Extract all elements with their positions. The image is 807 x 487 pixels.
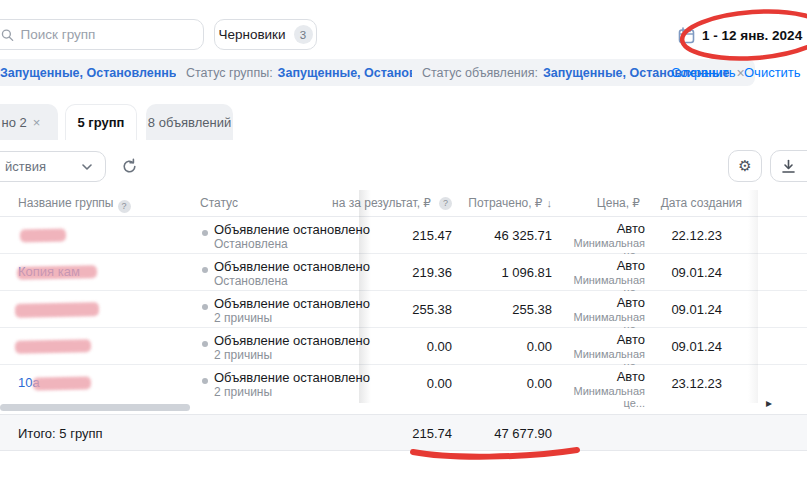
totals-label: Итого: 5 групп: [18, 426, 103, 441]
table-row[interactable]: 10а Объявление остановлено 2 причины 0.0…: [0, 365, 807, 402]
column-header-spent[interactable]: Потрачено, ₽↓: [440, 196, 552, 210]
scroll-right-icon[interactable]: ▸: [766, 396, 772, 410]
refresh-icon: [121, 158, 138, 175]
chip-value: Запущенные, Остановленные: [0, 66, 186, 80]
price-value: Авто: [553, 369, 645, 384]
clear-filters-link[interactable]: Очистить: [744, 65, 801, 80]
gear-icon: ⚙: [738, 157, 751, 175]
price-subtext: Минимальная це...: [553, 385, 645, 409]
totals-row: Итого: 5 групп 215.74 47 677.90: [0, 414, 807, 451]
status-dot: [202, 267, 208, 273]
column-header-price[interactable]: Цена, ₽: [560, 196, 640, 210]
redaction-mark: [20, 229, 66, 243]
tab-label: 8 объявлений: [148, 115, 231, 130]
date-range-value: 1 - 12 янв. 2024: [702, 28, 802, 43]
status-text: Объявление остановлено: [214, 259, 370, 274]
chip-label: Статус группы:: [186, 66, 273, 80]
created-date: 23.12.23: [640, 376, 722, 391]
table-row[interactable]: Объявление остановлено 2 причины 255.38 …: [0, 291, 807, 328]
header-label: Статус: [200, 196, 238, 210]
annotation-underline-totals: [413, 450, 577, 457]
price-cell: Авто Минимальная це...: [553, 369, 645, 409]
price-value: Авто: [553, 258, 645, 273]
redaction-mark: [33, 376, 91, 390]
status-dot: [202, 378, 208, 384]
spent-value: 0.00: [440, 376, 552, 391]
redaction-mark: [15, 339, 91, 354]
table-row[interactable]: Копия кам Объявление остановлено Останов…: [0, 254, 807, 291]
status-subtext: Остановлена: [214, 237, 288, 251]
save-filters-link[interactable]: Сохранить: [671, 65, 736, 80]
price-value: Авто: [553, 295, 645, 310]
refresh-button[interactable]: [112, 151, 146, 182]
status-subtext: 2 причины: [214, 311, 272, 325]
column-header-cost-per-result[interactable]: на за результат, ₽?: [330, 196, 452, 210]
chip-label: Статус объявления:: [422, 66, 538, 80]
frozen-column-shadow: [359, 190, 371, 403]
actions-dropdown[interactable]: йствия: [0, 151, 106, 182]
status-text: Объявление остановлено: [214, 370, 370, 385]
horizontal-scrollbar[interactable]: [0, 404, 190, 411]
created-date: 09.01.24: [640, 265, 722, 280]
totals-cost-per-result: 215.74: [352, 426, 452, 441]
tab-ads[interactable]: 8 объявлений: [146, 104, 233, 140]
table-row[interactable]: Объявление остановлено 2 причины 0.00 0.…: [0, 328, 807, 365]
tab-selected-fragment[interactable]: но 2 ×: [0, 104, 58, 140]
ads-manager-page: Черновики 3 1 - 12 янв. 2024 Запущенные,…: [0, 0, 807, 487]
status-dot: [202, 230, 208, 236]
tab-label: 5 групп: [78, 115, 125, 130]
header-label: Цена, ₽: [597, 196, 640, 210]
drafts-label: Черновики: [218, 27, 285, 42]
calendar-icon: [678, 27, 695, 44]
search-icon: [1, 28, 14, 42]
chevron-down-icon: [82, 164, 92, 170]
right-column-shadow: [748, 190, 758, 403]
close-icon[interactable]: ×: [33, 115, 41, 130]
status-subtext: 2 причины: [214, 348, 272, 362]
drafts-count-badge: 3: [294, 25, 313, 44]
tab-label: но 2: [2, 115, 27, 130]
header-label: Дата создания: [661, 196, 742, 210]
status-text: Объявление остановлено: [214, 333, 370, 348]
export-button[interactable]: [770, 150, 807, 182]
spent-value: 255.38: [440, 302, 552, 317]
status-text: Объявление остановлено: [214, 222, 370, 237]
totals-spent: 47 677.90: [440, 426, 552, 441]
created-date: 09.01.24: [640, 302, 722, 317]
spent-value: 1 096.81: [440, 265, 552, 280]
tab-groups[interactable]: 5 групп: [65, 104, 137, 140]
price-value: Авто: [553, 221, 645, 236]
header-label: на за результат, ₽: [332, 196, 431, 210]
actions-label: йствия: [5, 159, 46, 174]
redaction-mark: [17, 265, 97, 280]
created-date: 09.01.24: [640, 339, 722, 354]
created-date: 22.12.23: [640, 228, 722, 243]
settings-button[interactable]: ⚙: [728, 150, 762, 182]
column-header-status[interactable]: Статус: [200, 196, 238, 210]
header-label: Потрачено, ₽: [468, 196, 542, 210]
sort-desc-icon: ↓: [547, 197, 553, 209]
status-text: Объявление остановлено: [214, 296, 370, 311]
header-label: Название группы: [18, 196, 114, 210]
spent-value: 0.00: [440, 339, 552, 354]
spent-value: 46 325.71: [440, 228, 552, 243]
question-icon[interactable]: ?: [118, 200, 131, 213]
column-header-name[interactable]: Название группы?: [18, 196, 131, 213]
status-subtext: Остановлена: [214, 274, 288, 288]
status-dot: [202, 341, 208, 347]
download-icon: [781, 159, 796, 174]
redaction-mark: [15, 302, 99, 318]
status-dot: [202, 304, 208, 310]
column-header-created[interactable]: Дата создания: [660, 196, 742, 210]
date-range-picker[interactable]: 1 - 12 янв. 2024: [678, 20, 802, 50]
table-row[interactable]: Объявление остановлено Остановлена 215.4…: [0, 217, 807, 254]
status-subtext: 2 причины: [214, 385, 272, 399]
group-search[interactable]: [0, 19, 204, 50]
drafts-button[interactable]: Черновики 3: [214, 19, 317, 50]
search-input[interactable]: [21, 27, 193, 42]
price-value: Авто: [553, 332, 645, 347]
